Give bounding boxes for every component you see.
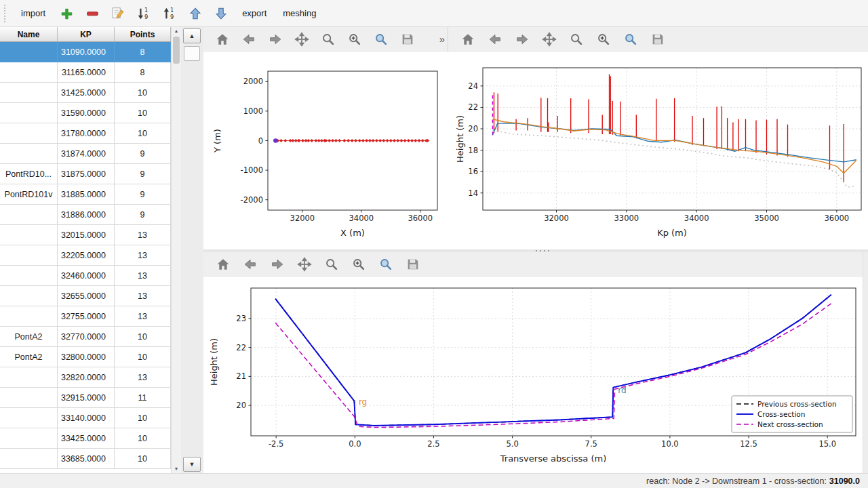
table-row[interactable]: PontA232800.000010 [0, 347, 171, 367]
panel-scroll-down-button[interactable]: ▼ [183, 457, 201, 472]
svg-text:36000: 36000 [408, 214, 433, 223]
table-row[interactable]: 32655.000013 [0, 286, 171, 306]
cell-points: 13 [115, 306, 171, 327]
cell-kp: 31885.0000 [58, 184, 115, 205]
table-row[interactable]: 32205.000013 [0, 245, 171, 266]
move-up-button[interactable] [185, 3, 205, 24]
panel-scrollbar-thumb[interactable] [184, 46, 200, 61]
svg-text:0.0: 0.0 [349, 439, 361, 449]
home-icon [460, 32, 475, 47]
plan-mpl-toolbar: » [203, 27, 448, 52]
zoom-in-button[interactable] [593, 29, 614, 49]
plan-view-figure: » 320003400036000-2000-1000010002000X (m… [203, 27, 448, 249]
zoom-button[interactable] [321, 254, 342, 274]
profile-figure: 3200033000340003500036000141618202224Kp … [448, 27, 868, 249]
zoom-region-button[interactable] [372, 29, 391, 49]
table-row[interactable]: PontRD101v31885.00009 [0, 184, 171, 205]
edit-button[interactable] [108, 3, 128, 24]
table-scrollbar[interactable]: ▲ ▼ [171, 27, 181, 473]
cross-section-chart[interactable]: -2.50.02.55.07.510.012.515.020212223Tran… [203, 277, 863, 473]
table-row[interactable]: 32015.000013 [0, 225, 171, 245]
plan-view-chart[interactable]: 320003400036000-2000-1000010002000X (m)Y… [203, 52, 448, 249]
cell-kp: 32205.0000 [58, 245, 115, 266]
zoom-button[interactable] [566, 29, 587, 49]
table-row[interactable]: 33685.000010 [0, 449, 171, 469]
zoom-in-button[interactable] [345, 29, 365, 49]
header-kp[interactable]: KP [58, 27, 115, 41]
table-row[interactable]: 31780.000010 [0, 123, 171, 144]
toolbar-overflow-button[interactable]: » [437, 33, 448, 45]
meshing-button[interactable]: meshing [277, 5, 321, 22]
home-button[interactable] [213, 254, 233, 274]
table-row[interactable]: 32915.000011 [0, 388, 171, 408]
pan-button[interactable] [292, 29, 312, 49]
table-row[interactable]: 31425.000010 [0, 83, 171, 103]
cell-points: 13 [115, 266, 171, 286]
table-row[interactable]: 33140.000010 [0, 408, 171, 428]
back-icon [241, 32, 256, 47]
zoom-button[interactable] [319, 29, 338, 49]
table-row[interactable]: 31090.00008 [0, 42, 171, 62]
table-scrollbar-thumb[interactable] [173, 37, 180, 64]
sort-desc-button[interactable]: 19 [134, 3, 154, 24]
home-button[interactable] [458, 29, 478, 49]
forward-icon [270, 257, 285, 272]
cell-name [0, 123, 58, 144]
move-down-button[interactable] [211, 3, 231, 24]
cell-points: 10 [115, 408, 171, 428]
cell-name [0, 83, 58, 103]
import-button[interactable]: import [16, 5, 51, 22]
save-button[interactable] [398, 29, 418, 49]
svg-text:Next cross-section: Next cross-section [757, 420, 823, 428]
svg-text:1: 1 [144, 7, 148, 14]
pan-icon [297, 257, 312, 272]
home-button[interactable] [213, 29, 233, 49]
export-button[interactable]: export [237, 5, 272, 22]
cell-points: 13 [115, 367, 171, 388]
save-button[interactable] [648, 29, 668, 49]
zoom-in-icon [351, 257, 366, 272]
right-scroll-strip [863, 252, 868, 473]
cell-name [0, 103, 58, 123]
profile-chart[interactable]: 3200033000340003500036000141618202224Kp … [448, 52, 868, 249]
cell-name [0, 388, 58, 408]
scroll-up-icon[interactable]: ▲ [172, 27, 181, 35]
table-row[interactable]: 32460.000013 [0, 266, 171, 286]
scroll-down-icon[interactable]: ▼ [172, 465, 181, 473]
sort-asc-button[interactable]: 19 [159, 3, 180, 24]
zoom-region-button[interactable] [376, 254, 396, 274]
back-button[interactable] [240, 254, 260, 274]
table-row[interactable]: 31590.000010 [0, 103, 171, 123]
table-row[interactable]: 31874.00009 [0, 144, 171, 164]
zoom-region-button[interactable] [620, 29, 641, 49]
table-row[interactable]: PontRD10...31875.00009 [0, 164, 171, 184]
table-row[interactable]: PontA232770.000010 [0, 327, 171, 347]
svg-text:36000: 36000 [825, 214, 850, 223]
plus-green-icon [59, 6, 74, 21]
table-row[interactable]: 31165.00008 [0, 62, 171, 83]
add-button[interactable] [56, 3, 77, 24]
forward-button[interactable] [512, 29, 532, 49]
forward-button[interactable] [266, 29, 285, 49]
table-row[interactable]: 32755.000013 [0, 306, 171, 327]
table-row[interactable]: 33425.000010 [0, 428, 171, 449]
svg-text:21: 21 [236, 371, 246, 381]
forward-button[interactable] [267, 254, 288, 274]
save-button[interactable] [403, 254, 423, 274]
cell-points: 9 [115, 144, 171, 164]
splitter-handle-icon[interactable] [536, 250, 551, 251]
back-button[interactable] [239, 29, 259, 49]
cell-name [0, 306, 58, 327]
panel-scroll-up-button[interactable]: ▲ [183, 28, 201, 43]
header-name[interactable]: Name [0, 27, 58, 41]
header-points[interactable]: Points [115, 27, 171, 41]
pan-button[interactable] [539, 29, 559, 49]
remove-button[interactable] [82, 3, 102, 24]
table-row[interactable]: 32820.000013 [0, 367, 171, 388]
pan-button[interactable] [294, 254, 315, 274]
panel-scrollbar[interactable]: ▲ ▼ [182, 27, 203, 473]
legend: Previous cross-sectionCross-sectionNext … [732, 396, 852, 432]
zoom-in-button[interactable] [349, 254, 369, 274]
back-button[interactable] [485, 29, 505, 49]
table-row[interactable]: 31886.00009 [0, 205, 171, 225]
